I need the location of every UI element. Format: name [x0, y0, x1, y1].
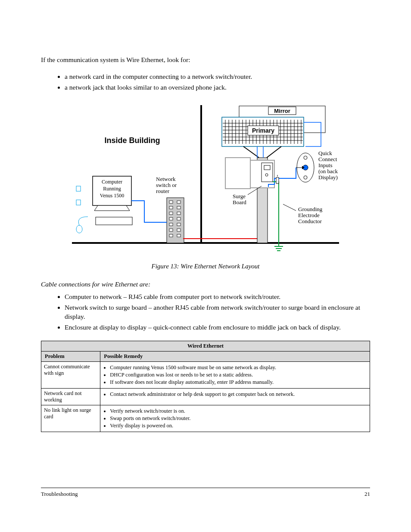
svg-rect-23: [169, 234, 173, 237]
svg-rect-8: [76, 186, 81, 191]
intro-text: If the communication system is Wire Ethe…: [41, 56, 370, 64]
footer-section: Troubleshooting: [41, 491, 78, 498]
svg-text:Computer: Computer: [102, 179, 122, 185]
table-row: Network card not working Contact network…: [41, 388, 370, 405]
footer-page-number: 21: [364, 491, 370, 498]
svg-rect-21: [169, 229, 173, 231]
svg-text:Network: Network: [156, 176, 176, 182]
list-item: a network card in the computer connectin…: [65, 72, 370, 81]
wired-ethernet-diagram: Inside Building Computer Running Venus 1…: [72, 101, 339, 256]
list-item: Swap ports on network switch/router.: [110, 415, 367, 422]
page-footer: Troubleshooting 21: [41, 488, 370, 498]
troubleshooting-table: Wired Ethernet Problem Possible Remedy C…: [41, 341, 370, 432]
svg-text:(on back of: (on back of: [318, 168, 339, 174]
svg-line-90: [283, 204, 296, 211]
svg-line-65: [243, 146, 259, 158]
top-bullet-list: a network card in the computer connectin…: [41, 72, 370, 92]
svg-text:Venus 1500: Venus 1500: [100, 193, 124, 199]
remedy-cell: Contact network administrator or help de…: [100, 388, 370, 405]
list-item: Enclosure at display to display – quick-…: [65, 323, 370, 332]
svg-line-66: [267, 146, 281, 158]
remedy-cell: Verify network switch/router is on. Swap…: [100, 405, 370, 432]
svg-rect-15: [169, 212, 173, 215]
svg-text:switch or: switch or: [156, 182, 177, 188]
list-item: a network jack that looks similar to an …: [65, 83, 370, 92]
table-row: Cannot communicate with sign Computer ru…: [41, 361, 370, 388]
table-col-remedy: Possible Remedy: [100, 351, 370, 361]
svg-rect-24: [177, 234, 181, 237]
problem-cell: Cannot communicate with sign: [41, 361, 100, 388]
table-col-problem: Problem: [41, 351, 100, 361]
list-item: Verify display is powered on.: [110, 423, 367, 429]
svg-text:Mirror: Mirror: [274, 108, 290, 114]
figure-caption: Figure 13: Wire Ethernet Network Layout: [41, 263, 370, 270]
svg-rect-9: [76, 200, 81, 205]
list-item: Network switch to surge board – another …: [65, 303, 370, 321]
svg-rect-13: [169, 206, 173, 209]
list-item: Verify network switch/router is on.: [110, 408, 367, 414]
problem-cell: Network card not working: [41, 388, 100, 405]
svg-rect-12: [177, 201, 181, 203]
svg-text:Connect: Connect: [318, 156, 337, 162]
svg-text:Quick: Quick: [318, 150, 332, 156]
svg-text:Surge: Surge: [233, 193, 246, 199]
svg-rect-11: [169, 201, 173, 203]
table-row: No link light on surge card Verify netwo…: [41, 405, 370, 432]
list-item: Computer to network – RJ45 cable from co…: [65, 292, 370, 302]
svg-text:Grounding: Grounding: [298, 206, 323, 212]
label-inside-building: Inside Building: [105, 136, 160, 145]
svg-rect-6: [96, 217, 132, 225]
list-item: Contact network administrator or help de…: [110, 391, 367, 398]
svg-text:Inputs: Inputs: [318, 162, 333, 168]
svg-rect-18: [177, 218, 181, 220]
svg-rect-22: [177, 229, 181, 231]
svg-rect-69: [264, 165, 270, 170]
svg-rect-17: [169, 218, 173, 220]
svg-text:Board: Board: [233, 199, 246, 205]
svg-rect-14: [177, 206, 181, 209]
list-item: Computer running Venus 1500 software mus…: [110, 364, 367, 371]
remedy-cell: Computer running Venus 1500 software mus…: [100, 361, 370, 388]
svg-text:router: router: [156, 188, 170, 194]
svg-rect-16: [177, 212, 181, 215]
svg-point-70: [265, 174, 268, 176]
svg-point-76: [304, 156, 307, 159]
table-title: Wired Ethernet: [41, 341, 370, 351]
list-item: DHCP configuration was lost or needs to …: [110, 372, 367, 378]
svg-point-78: [304, 176, 307, 179]
svg-point-7: [76, 225, 82, 233]
cable-bullet-list: Computer to network – RJ45 cable from co…: [41, 292, 370, 332]
svg-text:Conductor: Conductor: [298, 218, 322, 224]
svg-rect-71: [225, 158, 250, 189]
svg-rect-20: [177, 223, 181, 226]
svg-rect-94: [276, 177, 279, 184]
svg-text:Running: Running: [103, 186, 121, 192]
svg-text:Primary: Primary: [252, 127, 274, 134]
svg-text:Electrode: Electrode: [298, 212, 320, 218]
cable-heading: Cable connections for wire Ethernet are:: [41, 280, 370, 288]
problem-cell: No link light on surge card: [41, 405, 100, 432]
svg-text:Display): Display): [318, 174, 338, 180]
svg-rect-19: [169, 223, 173, 226]
list-item: If software does not locate display auto…: [110, 379, 367, 386]
